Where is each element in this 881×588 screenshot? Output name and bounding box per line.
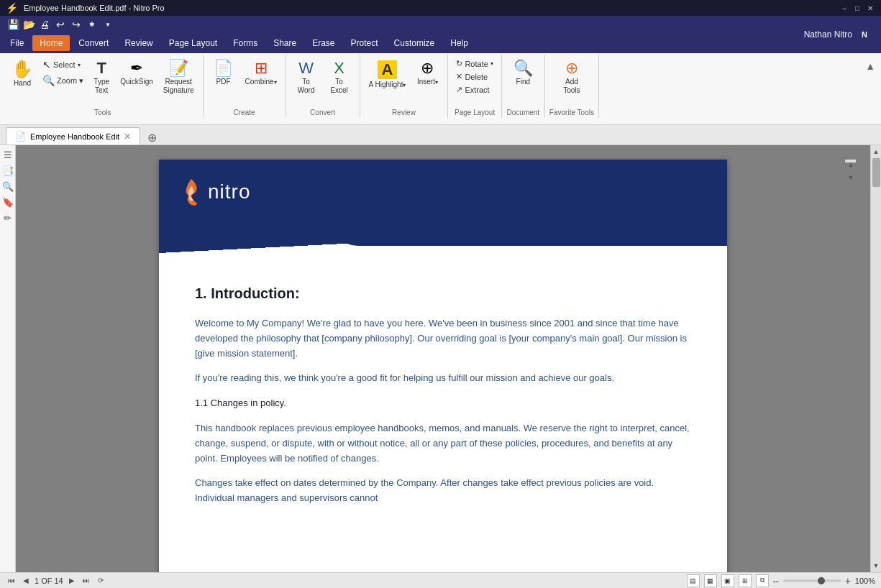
menu-erase[interactable]: Erase: [305, 35, 342, 51]
select-dropdown-icon[interactable]: ▾: [78, 62, 81, 68]
delete-label: Delete: [465, 73, 488, 81]
refresh-button[interactable]: ⟳: [95, 575, 106, 587]
menu-protect[interactable]: Protect: [344, 35, 385, 51]
prev-page-button[interactable]: ◀: [20, 575, 32, 587]
type-text-label: TypeText: [93, 78, 109, 95]
scrollbar-up[interactable]: ▲: [848, 161, 854, 168]
sidebar-comments-icon[interactable]: 🔖: [1, 196, 14, 208]
paragraph-3: This handbook replaces previous employee…: [195, 421, 691, 466]
request-signature-label: RequestSignature: [163, 78, 194, 95]
vertical-scrollbar[interactable]: ▲ ▼: [870, 145, 881, 572]
scrollbar-up-btn[interactable]: ▲: [872, 147, 881, 157]
sidebar-pages-icon[interactable]: ☰: [1, 148, 14, 161]
request-signature-icon: 📝: [169, 60, 188, 76]
rotate-icon: ↻: [456, 59, 462, 68]
menu-convert[interactable]: Convert: [71, 35, 116, 51]
first-page-button[interactable]: ⏮: [6, 575, 17, 587]
zoom-icon: 🔍: [42, 75, 55, 86]
sidebar-bookmarks-icon[interactable]: 📑: [1, 164, 14, 177]
qa-more[interactable]: ✱: [85, 18, 99, 31]
rotate-dropdown-icon[interactable]: ▾: [490, 60, 493, 67]
doc-tab-close[interactable]: ✕: [124, 132, 131, 142]
qa-undo[interactable]: ↩: [53, 18, 68, 31]
qa-redo[interactable]: ↪: [69, 18, 83, 31]
ribbon-group-document: 🔍 Find Document: [502, 55, 545, 118]
qa-save[interactable]: 💾: [6, 18, 20, 31]
ribbon-collapse-button[interactable]: ▲: [862, 58, 878, 75]
menu-share[interactable]: Share: [266, 35, 303, 51]
menu-forms[interactable]: Forms: [226, 35, 265, 51]
close-button[interactable]: ✕: [865, 3, 875, 13]
hand-tool-button[interactable]: ✋ Hand: [7, 58, 37, 91]
minimize-button[interactable]: –: [839, 3, 849, 13]
sidebar-search-icon[interactable]: 🔍: [1, 180, 14, 193]
select-button[interactable]: ↖ Select ▾: [39, 58, 87, 72]
create-group-label: Create: [234, 107, 255, 118]
to-word-button[interactable]: W ToWord: [291, 58, 322, 98]
delete-button[interactable]: ✕ Delete: [452, 70, 496, 83]
title-bar: ⚡ Employee Handbook Edit.pdf - Nitro Pro…: [0, 0, 881, 16]
zoom-label: Zoom ▾: [57, 76, 83, 86]
menu-help[interactable]: Help: [443, 35, 475, 51]
to-excel-icon: X: [334, 60, 344, 76]
find-button[interactable]: 🔍 Find: [507, 58, 539, 89]
insert-icon: ⊕: [421, 60, 434, 76]
rotate-button[interactable]: ↻ Rotate ▾: [452, 58, 496, 70]
status-right: ▤ ▦ ▣ ⊞ ⧉ – + 100%: [687, 574, 875, 587]
highlight-button[interactable]: A A Highlight▾: [365, 58, 411, 92]
qa-dropdown[interactable]: ▼: [101, 18, 115, 31]
insert-button[interactable]: ⊕ Insert▾: [411, 58, 443, 89]
ribbon-group-page-layout: ↻ Rotate ▾ ✕ Delete ↗ Extract Page Layou…: [448, 55, 501, 118]
add-tools-button[interactable]: ⊕ AddTools: [556, 58, 588, 98]
zoom-button[interactable]: 🔍 Zoom ▾: [39, 73, 87, 88]
ribbon-group-favorite-tools: ⊕ AddTools Favorite Tools: [545, 55, 599, 118]
next-page-button[interactable]: ▶: [66, 575, 78, 587]
view-single-button[interactable]: ▤: [687, 574, 700, 587]
qa-open[interactable]: 📂: [22, 18, 36, 31]
quicksign-button[interactable]: ✒ QuickSign: [116, 58, 158, 89]
pdf-button[interactable]: 📄 PDF: [208, 58, 239, 89]
view-continuous-button[interactable]: ▦: [704, 574, 717, 587]
sidebar-signatures-icon[interactable]: ✏: [1, 211, 14, 224]
zoom-in-button[interactable]: +: [845, 575, 851, 587]
menu-customize[interactable]: Customize: [387, 35, 442, 51]
qa-print[interactable]: 🖨: [37, 18, 52, 31]
scrollbar-down-btn[interactable]: ▼: [872, 561, 881, 571]
menu-page-layout[interactable]: Page Layout: [162, 35, 224, 51]
document-tab[interactable]: 📄 Employee Handbook Edit ✕: [6, 127, 140, 144]
last-page-button[interactable]: ⏭: [81, 575, 92, 587]
menu-file[interactable]: File: [3, 35, 31, 51]
rotate-label: Rotate: [465, 60, 488, 68]
section-title: 1. Introduction:: [195, 282, 691, 305]
scrollbar-thumb[interactable]: [872, 158, 880, 187]
maximize-button[interactable]: □: [852, 3, 862, 13]
paragraph-4: Changes take effect on dates determined …: [195, 476, 691, 506]
to-excel-label: ToExcel: [330, 78, 347, 95]
menu-review[interactable]: Review: [117, 35, 160, 51]
document-header: nitro: [159, 160, 727, 224]
pdf-page: nitro 1. Introduction: Welcome to My Com…: [159, 160, 727, 572]
zoom-slider[interactable]: [783, 579, 841, 582]
view-grid-button[interactable]: ⊞: [739, 574, 752, 587]
window-title: Employee Handbook Edit.pdf - Nitro Pro: [24, 4, 165, 12]
request-signature-button[interactable]: 📝 RequestSignature: [159, 58, 198, 98]
ribbon: ✋ Hand ↖ Select ▾ 🔍 Zoom ▾ T: [0, 53, 881, 125]
ribbon-group-create: 📄 PDF ⊞ Combine▾ Create: [204, 55, 286, 118]
document-content: 1. Introduction: Welcome to My Company! …: [159, 253, 727, 538]
type-text-button[interactable]: T TypeText: [88, 58, 114, 98]
scrollbar-down[interactable]: ▼: [848, 174, 854, 181]
user-name: Nathan Nitro: [804, 29, 852, 40]
to-excel-button[interactable]: X ToExcel: [324, 58, 355, 98]
add-tools-icon: ⊕: [565, 60, 578, 76]
zoom-out-button[interactable]: –: [773, 575, 779, 587]
new-tab-button[interactable]: ⊕: [145, 131, 160, 144]
view-fullscreen-button[interactable]: ⧉: [756, 574, 769, 587]
extract-label: Extract: [465, 86, 489, 94]
combine-button[interactable]: ⊞ Combine▾: [241, 58, 281, 89]
menu-home[interactable]: Home: [32, 35, 70, 51]
tab-bar: 📄 Employee Handbook Edit ✕ ⊕: [0, 125, 881, 145]
view-facing-button[interactable]: ▣: [721, 574, 734, 587]
doc-tab-icon: 📄: [15, 132, 26, 142]
paragraph-2: If you're reading this, we think you're …: [195, 371, 691, 386]
extract-button[interactable]: ↗ Extract: [452, 83, 496, 96]
